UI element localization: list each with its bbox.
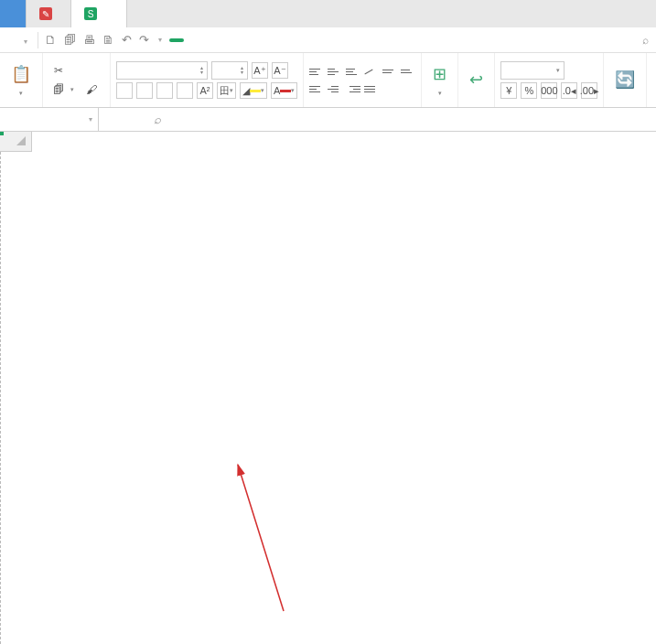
fx-icon[interactable]: ⌕: [154, 113, 161, 126]
doc-icon: ✎: [39, 7, 52, 20]
font-size-combo[interactable]: ▴▾: [211, 61, 248, 80]
indent-dec-button[interactable]: [382, 64, 397, 79]
increase-font-button[interactable]: A⁺: [252, 62, 268, 79]
comma-button[interactable]: 000: [541, 82, 557, 99]
search-button[interactable]: ⌕: [642, 34, 652, 47]
number-format-combo[interactable]: ▾: [500, 61, 565, 80]
file-menu[interactable]: ▾: [15, 34, 35, 47]
decrease-font-button[interactable]: A⁻: [272, 62, 288, 79]
convert-icon: 🔄: [615, 70, 635, 90]
copy-button[interactable]: 🗐▾: [48, 81, 78, 98]
align-center-button[interactable]: [328, 81, 342, 96]
save-icon[interactable]: 🗋: [41, 33, 60, 47]
merge-icon: ⊞: [433, 64, 446, 84]
align-left-button[interactable]: [309, 81, 324, 96]
tab-workbook[interactable]: S: [71, 0, 127, 27]
currency-button[interactable]: ¥: [500, 82, 517, 99]
menu-start[interactable]: [169, 38, 184, 42]
align-bottom-button[interactable]: [346, 64, 360, 79]
svg-line-0: [238, 465, 284, 611]
paste-button[interactable]: 📋 ▾: [5, 62, 37, 99]
menu-bar: ▾ 🗋 🗐 🖶 🗎 ↶ ↷ ▾ ⌕: [0, 27, 656, 53]
grid-icon: 田: [220, 84, 230, 98]
tab-templates[interactable]: ✎: [27, 0, 71, 27]
increase-decimal-button[interactable]: .00▸: [581, 82, 597, 99]
format-painter-button[interactable]: 🖌: [81, 81, 104, 98]
save-as-icon[interactable]: 🗐: [60, 33, 80, 47]
sup-button[interactable]: A²: [197, 82, 213, 99]
type-convert-button[interactable]: 🔄: [609, 68, 640, 93]
indent-inc-button[interactable]: [401, 64, 415, 79]
decrease-decimal-button[interactable]: .0◂: [561, 82, 577, 99]
underline-button[interactable]: [156, 82, 173, 99]
clipboard-icon: 📋: [11, 64, 31, 84]
percent-button[interactable]: %: [521, 82, 537, 99]
bucket-icon: ◢: [242, 85, 250, 97]
new-tab-button[interactable]: [127, 0, 149, 27]
ribbon: 📋 ▾ ✂ 🗐▾ 🖌 ▴▾ ▴▾ A⁺ A⁻ A²: [0, 53, 656, 108]
print-icon[interactable]: 🖶: [80, 33, 99, 47]
search-icon: ⌕: [642, 34, 649, 47]
align-middle-button[interactable]: [328, 64, 342, 79]
formula-bar-row: ▾ ⌕: [0, 108, 656, 132]
spreadsheet-grid: [0, 132, 656, 644]
border-button[interactable]: 田▾: [217, 82, 236, 99]
orientation-button[interactable]: [364, 64, 379, 79]
copy-icon: 🗐: [52, 83, 65, 96]
font-color-button[interactable]: A▾: [271, 82, 297, 99]
undo-icon[interactable]: ↶: [118, 33, 135, 47]
strike-button[interactable]: [177, 82, 193, 99]
wrap-text-button[interactable]: ↩: [464, 68, 489, 93]
scissors-icon: ✂: [52, 64, 65, 77]
justify-button[interactable]: [364, 81, 379, 96]
redo-icon[interactable]: ↷: [135, 33, 153, 47]
align-right-button[interactable]: [346, 81, 360, 96]
merge-center-button[interactable]: ⊞ ▾: [427, 62, 452, 99]
name-box[interactable]: ▾: [0, 108, 99, 131]
bold-button[interactable]: [116, 82, 133, 99]
font-name-combo[interactable]: ▴▾: [116, 61, 208, 80]
cut-button[interactable]: ✂: [48, 62, 71, 79]
align-top-button[interactable]: [309, 64, 324, 79]
document-tabs: ✎ S: [0, 0, 656, 27]
fill-color-button[interactable]: ◢▾: [240, 82, 267, 99]
select-all-corner[interactable]: [0, 132, 32, 152]
print-preview-icon[interactable]: 🗎: [99, 33, 118, 47]
wrap-icon: ↩: [469, 70, 483, 90]
tab-home[interactable]: [0, 0, 27, 27]
excel-icon: S: [84, 7, 97, 20]
brush-icon: 🖌: [85, 83, 98, 96]
italic-button[interactable]: [136, 82, 153, 99]
